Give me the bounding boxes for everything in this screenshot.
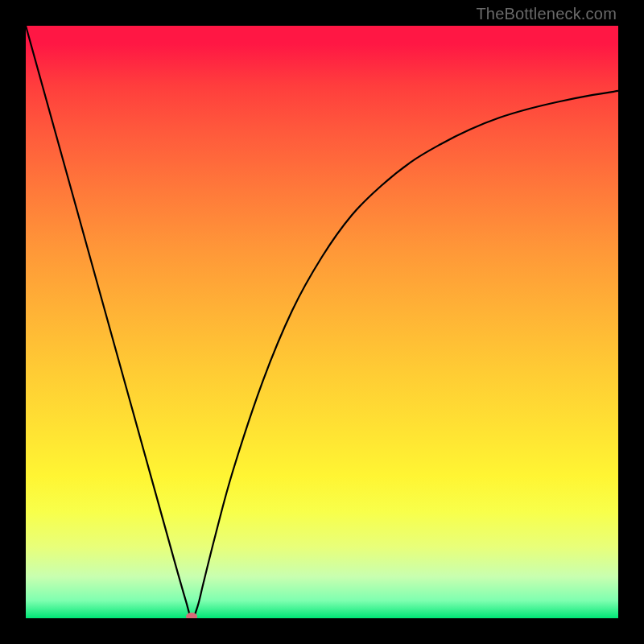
bottleneck-curve (26, 26, 618, 618)
attribution-label: TheBottleneck.com (476, 5, 617, 23)
plot-area (26, 26, 618, 618)
chart-container: TheBottleneck.com (0, 0, 644, 644)
curve-svg (26, 26, 618, 618)
